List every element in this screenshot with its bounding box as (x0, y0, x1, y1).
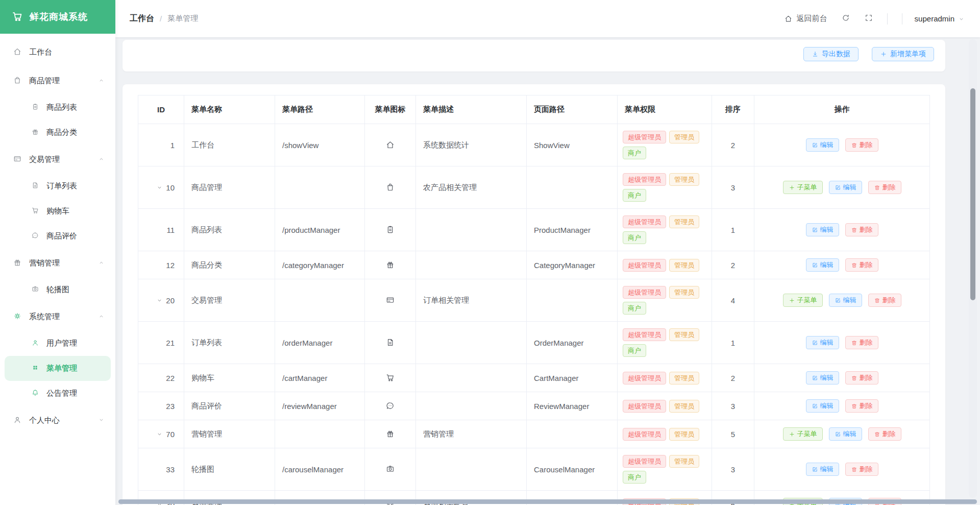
column-header-desc: 菜单描述 (416, 95, 527, 124)
perm-tag-super: 超级管理员 (623, 215, 666, 228)
sidebar-item-notice-manage[interactable]: 公告管理 (5, 381, 111, 406)
cell-menu-desc (416, 448, 527, 491)
fullscreen-button[interactable] (864, 13, 873, 24)
expand-row-icon[interactable] (156, 297, 163, 305)
child-button[interactable]: 子菜单 (783, 294, 823, 307)
cell-menu-icon (365, 448, 416, 491)
sidebar-item-system-manage[interactable]: 系统管理 (5, 302, 111, 331)
delete-button[interactable]: 删除 (845, 223, 878, 236)
cell-menu-icon (365, 251, 416, 279)
export-data-button[interactable]: 导出数据 (803, 47, 859, 61)
breadcrumb-workbench[interactable]: 工作台 (130, 13, 154, 24)
sidebar-item-product-category[interactable]: 商品分类 (5, 120, 111, 145)
trash-icon (851, 142, 857, 149)
camera-icon (31, 285, 39, 293)
cell-actions: 编辑删除 (754, 124, 930, 166)
expand-row-icon[interactable] (156, 431, 163, 439)
delete-button[interactable]: 删除 (845, 138, 878, 152)
sidebar-item-product-manage[interactable]: 商品管理 (5, 66, 111, 95)
child-button[interactable]: 子菜单 (783, 427, 823, 441)
edit-button[interactable]: 编辑 (806, 258, 839, 272)
expand-row-icon[interactable] (156, 184, 163, 192)
cell-sort: 2 (712, 124, 754, 166)
column-header-perms: 菜单权限 (618, 95, 712, 124)
user-dropdown[interactable]: superadmin (915, 14, 965, 23)
cell-page-path (527, 166, 618, 209)
cart-icon (385, 373, 395, 382)
sidebar-item-profile[interactable]: 个人中心 (5, 406, 111, 435)
clipboard-icon (31, 103, 39, 111)
delete-button[interactable]: 删除 (845, 371, 878, 384)
sidebar-item-label: 商品评价 (46, 231, 77, 241)
sidebar-item-trade-manage[interactable]: 交易管理 (5, 145, 111, 174)
sidebar-item-label: 公告管理 (46, 389, 77, 398)
sidebar-item-workbench[interactable]: 工作台 (5, 38, 111, 66)
perm-tag-admin: 管理员 (669, 372, 699, 384)
chevron-up-icon (98, 313, 105, 321)
back-to-front-button[interactable]: 返回前台 (784, 14, 827, 23)
gift-icon (385, 260, 395, 270)
refresh-button[interactable] (841, 13, 850, 24)
column-header-icon: 菜单图标 (365, 95, 416, 124)
cell-menu-path: /reviewManager (275, 392, 365, 420)
home-icon (385, 140, 395, 150)
edit-button[interactable]: 编辑 (829, 181, 862, 194)
cell-menu-desc (416, 251, 527, 279)
vertical-scrollbar-thumb[interactable] (970, 88, 975, 300)
delete-button[interactable]: 删除 (845, 258, 878, 272)
trash-icon (851, 262, 857, 269)
chevron-down-icon (958, 14, 965, 23)
perm-tag-admin: 管理员 (669, 259, 699, 272)
sidebar-item-label: 营销管理 (29, 258, 60, 268)
card-icon (385, 295, 395, 305)
sidebar-item-menu-manage[interactable]: 菜单管理 (5, 356, 111, 381)
edit-button[interactable]: 编辑 (806, 223, 839, 236)
table-body: 1工作台/showView系统数据统计ShowView超级管理员管理员商户2编辑… (138, 124, 930, 505)
edit-button[interactable]: 编辑 (806, 336, 839, 349)
child-button[interactable]: 子菜单 (783, 181, 823, 194)
horizontal-scrollbar-thumb[interactable] (118, 499, 977, 504)
sidebar-item-label: 商品分类 (46, 128, 77, 137)
edit-button[interactable]: 编辑 (829, 294, 862, 307)
clipboard-icon (385, 225, 395, 234)
sidebar-item-product-list[interactable]: 商品列表 (5, 95, 111, 120)
sidebar-item-user-manage[interactable]: 用户管理 (5, 331, 111, 356)
cell-menu-desc (416, 209, 527, 251)
delete-button[interactable]: 删除 (845, 399, 878, 413)
top-header: 工作台 / 菜单管理 返回前台 superadmin (115, 0, 980, 37)
perm-tag-super: 超级管理员 (623, 328, 666, 341)
add-menu-item-button[interactable]: 新增菜单项 (872, 47, 934, 61)
sidebar-item-product-review[interactable]: 商品评价 (5, 224, 111, 249)
edit-button[interactable]: 编辑 (806, 463, 839, 476)
cell-menu-icon (365, 392, 416, 420)
cell-id: 12 (138, 251, 184, 279)
cell-sort: 3 (712, 448, 754, 491)
delete-button[interactable]: 删除 (845, 463, 878, 476)
sidebar-item-marketing-manage[interactable]: 营销管理 (5, 249, 111, 277)
download-icon (812, 50, 819, 58)
sidebar-item-order-list[interactable]: 订单列表 (5, 174, 111, 199)
edit-button[interactable]: 编辑 (829, 427, 862, 441)
cell-actions: 子菜单编辑删除 (754, 420, 930, 448)
chevron-down-icon (156, 431, 163, 438)
delete-button[interactable]: 删除 (868, 294, 901, 307)
edit-button[interactable]: 编辑 (806, 138, 839, 152)
cell-page-path: ProductManager (527, 209, 618, 251)
edit-button[interactable]: 编辑 (806, 399, 839, 413)
cell-page-path: CartManager (527, 364, 618, 392)
delete-button[interactable]: 删除 (868, 427, 901, 441)
sidebar-item-carousel[interactable]: 轮播图 (5, 277, 111, 302)
cell-permissions: 超级管理员管理员 (618, 420, 712, 448)
trash-icon (874, 297, 880, 304)
trash-icon (874, 431, 880, 438)
delete-button[interactable]: 删除 (845, 336, 878, 349)
sidebar-item-cart[interactable]: 购物车 (5, 199, 111, 224)
delete-button[interactable]: 删除 (868, 181, 901, 194)
edit-button[interactable]: 编辑 (806, 371, 839, 384)
app-logo: 鲜花商城系统 (0, 0, 115, 34)
cell-sort: 4 (712, 279, 754, 322)
cell-actions: 编辑删除 (754, 364, 930, 392)
cell-sort: 5 (712, 420, 754, 448)
edit-icon (812, 375, 818, 381)
cell-permissions: 超级管理员管理员 (618, 392, 712, 420)
